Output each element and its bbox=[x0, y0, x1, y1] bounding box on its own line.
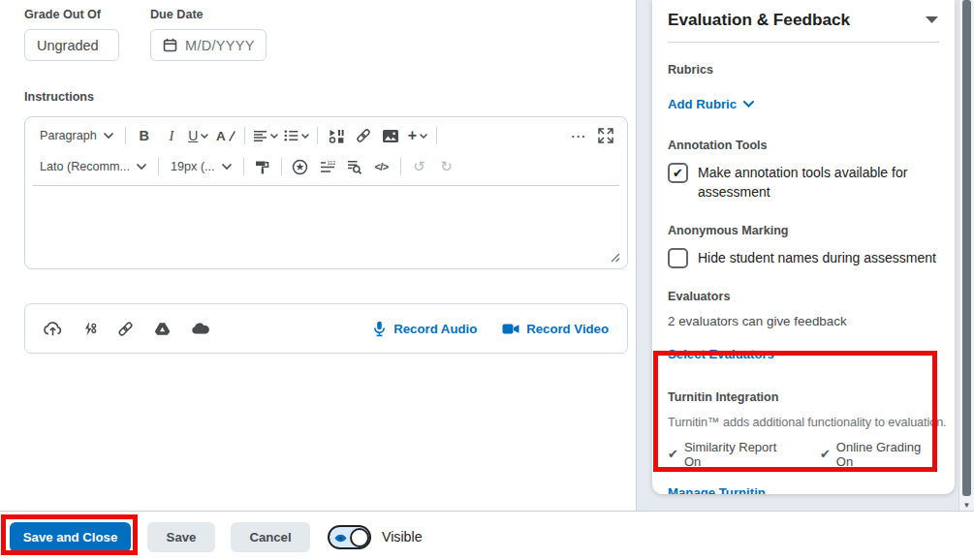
toolbar-separator bbox=[317, 127, 318, 144]
toolbar-separator bbox=[158, 158, 159, 175]
bullet-list-icon bbox=[284, 130, 298, 141]
redo-icon: ↻ bbox=[440, 158, 453, 175]
online-grading-label: Online Grading On bbox=[836, 440, 939, 469]
annotation-tools-checkbox[interactable]: ✔ bbox=[668, 163, 688, 183]
link-icon bbox=[117, 321, 134, 337]
toolbar-separator bbox=[244, 127, 245, 144]
ellipsis-icon: ⋯ bbox=[571, 127, 587, 145]
alignment-dropdown-button[interactable] bbox=[250, 123, 281, 148]
font-color-slash bbox=[229, 131, 236, 141]
resize-handle[interactable] bbox=[609, 251, 620, 263]
font-size-value: 19px (... bbox=[171, 160, 215, 173]
evaluation-feedback-panel: Evaluation & Feedback Rubrics Add Rubric… bbox=[652, 0, 955, 494]
image-icon bbox=[383, 130, 398, 142]
add-rubric-link[interactable]: Add Rubric bbox=[668, 97, 754, 111]
chevron-down-icon bbox=[137, 164, 146, 170]
toggle-knob[interactable] bbox=[350, 528, 369, 547]
insert-more-dropdown-button[interactable]: + bbox=[404, 123, 431, 148]
chevron-down-icon bbox=[270, 134, 278, 139]
paragraph-format-dropdown[interactable]: Paragraph bbox=[33, 123, 120, 148]
fullscreen-icon bbox=[598, 128, 613, 143]
file-upload-button[interactable] bbox=[44, 321, 62, 336]
undo-button[interactable]: ↺ bbox=[406, 154, 433, 179]
font-size-dropdown[interactable]: 19px (... bbox=[164, 154, 238, 179]
insert-stuff-button[interactable] bbox=[323, 123, 350, 148]
toolbar-overflow-button[interactable]: ⋯ bbox=[565, 123, 592, 148]
assignment-edit-page: Grade Out Of Ungraded Due Date M/D/YYYY … bbox=[0, 0, 974, 560]
attachments-toolbar: Record Audio Record Video bbox=[24, 303, 628, 354]
due-date-field: Due Date M/D/YYYY bbox=[150, 8, 267, 61]
insert-link-button[interactable] bbox=[350, 123, 377, 148]
bold-button[interactable]: B bbox=[131, 123, 158, 148]
preview-magnifier-icon bbox=[347, 160, 362, 174]
right-panel-region: Evaluation & Feedback Rubrics Add Rubric… bbox=[636, 0, 974, 511]
checkmark-icon: ✔ bbox=[820, 447, 831, 461]
annotation-tools-heading: Annotation Tools bbox=[668, 139, 939, 152]
code-icon: </> bbox=[374, 161, 388, 172]
vertical-scrollbar[interactable]: ▼ bbox=[958, 0, 974, 511]
cancel-button[interactable]: Cancel bbox=[231, 522, 310, 552]
italic-button[interactable]: I bbox=[158, 123, 185, 148]
similarity-report-label: Similarity Report On bbox=[684, 440, 795, 469]
grade-out-of-value: Ungraded bbox=[37, 38, 99, 53]
font-family-dropdown[interactable]: Lato (Recomm... bbox=[33, 154, 153, 179]
scrollbar-thumb[interactable] bbox=[962, 0, 971, 496]
list-dropdown-button[interactable] bbox=[281, 123, 312, 148]
google-drive-button[interactable] bbox=[154, 322, 171, 336]
editor-text-area[interactable] bbox=[25, 186, 627, 268]
evaluators-heading: Evaluators bbox=[668, 290, 939, 303]
underline-icon: U bbox=[188, 128, 198, 143]
due-date-placeholder: M/D/YYYY bbox=[185, 38, 255, 53]
editor-toolbar-row-1: Paragraph B I U A bbox=[25, 120, 627, 151]
accessibility-checker-button[interactable] bbox=[287, 154, 314, 179]
panel-header: Evaluation & Feedback bbox=[668, 0, 939, 30]
html-source-button[interactable]: </> bbox=[368, 154, 395, 179]
instructions-label: Instructions bbox=[24, 90, 636, 104]
scrollbar-down-arrow[interactable]: ▼ bbox=[959, 501, 974, 510]
grade-out-of-label: Grade Out Of bbox=[24, 8, 119, 21]
align-left-icon bbox=[253, 130, 267, 142]
chevron-down-icon bbox=[743, 101, 754, 108]
grade-out-of-input[interactable]: Ungraded bbox=[24, 29, 119, 61]
attach-existing-activity-button[interactable] bbox=[82, 321, 97, 337]
visibility-label: Visible bbox=[382, 512, 423, 560]
grade-out-of-field: Grade Out Of Ungraded bbox=[24, 8, 119, 61]
select-evaluators-label: Select Evaluators bbox=[668, 347, 774, 361]
plus-icon: + bbox=[408, 127, 417, 144]
toolbar-separator bbox=[125, 127, 126, 144]
attach-link-button[interactable] bbox=[117, 321, 134, 337]
record-video-label: Record Video bbox=[526, 322, 609, 336]
caret-down-icon bbox=[925, 16, 939, 24]
visibility-toggle[interactable] bbox=[328, 525, 371, 549]
due-date-input[interactable]: M/D/YYYY bbox=[150, 29, 267, 61]
redo-button[interactable]: ↻ bbox=[433, 154, 460, 179]
preview-find-button[interactable] bbox=[341, 154, 368, 179]
manage-turnitin-link[interactable]: Manage Turnitin bbox=[668, 485, 766, 494]
save-and-close-button[interactable]: Save and Close bbox=[10, 522, 131, 552]
italic-icon: I bbox=[169, 128, 173, 144]
online-grading-status: ✔ Online Grading On bbox=[820, 440, 939, 469]
format-painter-button[interactable] bbox=[249, 154, 276, 179]
onedrive-button[interactable] bbox=[191, 323, 210, 334]
video-camera-icon bbox=[502, 323, 519, 335]
insert-image-button[interactable] bbox=[377, 123, 404, 148]
record-video-button[interactable]: Record Video bbox=[502, 322, 609, 336]
anonymous-marking-checkbox[interactable] bbox=[668, 248, 688, 268]
save-button[interactable]: Save bbox=[147, 522, 215, 552]
turnitin-status-row: ✔ Similarity Report On ✔ Online Grading … bbox=[668, 440, 939, 469]
record-buttons: Record Audio Record Video bbox=[372, 321, 609, 337]
chevron-down-icon bbox=[104, 133, 113, 139]
record-audio-button[interactable]: Record Audio bbox=[372, 321, 477, 337]
select-evaluators-row: Select Evaluators bbox=[668, 345, 939, 362]
collapse-panel-button[interactable] bbox=[925, 16, 939, 24]
evaluators-status: 2 evaluators can give feedback bbox=[668, 314, 939, 328]
annotation-tools-checkbox-row: ✔ Make annotation tools available for as… bbox=[668, 163, 939, 202]
undo-icon: ↺ bbox=[413, 158, 425, 175]
underline-dropdown-button[interactable]: U bbox=[185, 123, 212, 148]
google-drive-icon bbox=[154, 322, 171, 336]
font-color-button[interactable]: A bbox=[212, 123, 239, 148]
onedrive-cloud-icon bbox=[191, 323, 210, 334]
fullscreen-button[interactable] bbox=[592, 123, 619, 148]
word-count-button[interactable]: 112 bbox=[314, 154, 341, 179]
select-evaluators-link[interactable]: Select Evaluators bbox=[668, 347, 774, 361]
